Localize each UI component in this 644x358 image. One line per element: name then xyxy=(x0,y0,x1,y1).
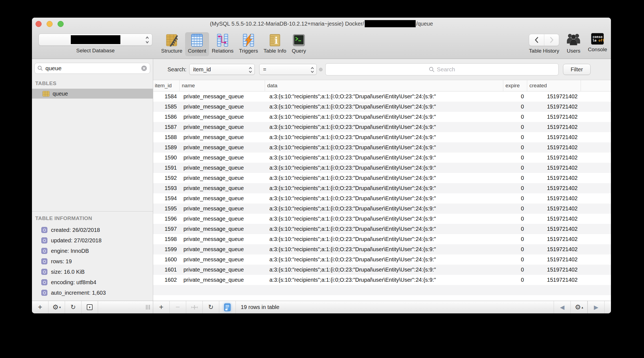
cell-expire[interactable]: 0 xyxy=(503,183,527,193)
table-row[interactable]: 1600private_message_queuea:3:{s:10:"reci… xyxy=(153,254,611,265)
cell-created[interactable]: 1519721402 xyxy=(527,102,581,112)
toolbar-content-button[interactable]: Content xyxy=(185,32,209,56)
zoom-window-button[interactable] xyxy=(58,21,64,27)
cell-item_id[interactable]: 1584 xyxy=(153,91,180,102)
history-forward-button[interactable] xyxy=(544,34,559,46)
cell-data[interactable]: a:3:{s:10:"recipients";a:1:{i:0;O:23:"Dr… xyxy=(265,214,503,224)
cell-data[interactable]: a:3:{s:10:"recipients";a:1:{i:0;O:23:"Dr… xyxy=(265,91,503,102)
cell-data[interactable]: a:3:{s:10:"recipients";a:1:{i:0;O:23:"Dr… xyxy=(265,244,503,254)
table-row[interactable]: 1591private_message_queuea:3:{s:10:"reci… xyxy=(153,163,611,173)
cell-data[interactable]: a:3:{s:10:"recipients";a:1:{i:0;O:23:"Dr… xyxy=(265,204,503,214)
cell-data[interactable]: a:3:{s:10:"recipients";a:1:{i:0;O:23:"Dr… xyxy=(265,173,503,183)
toolbar-triggers-button[interactable]: Triggers xyxy=(236,32,261,56)
cell-item_id[interactable]: 1590 xyxy=(153,153,180,163)
cell-created[interactable]: 1519721402 xyxy=(527,224,581,234)
cell-name[interactable]: private_message_queue xyxy=(180,112,265,122)
cell-created[interactable]: 1519721402 xyxy=(527,204,581,214)
cell-expire[interactable]: 0 xyxy=(503,112,527,122)
cell-expire[interactable]: 0 xyxy=(503,265,527,275)
cell-item_id[interactable]: 1602 xyxy=(153,275,180,285)
duplicate-row-button[interactable] xyxy=(186,301,203,313)
filter-search-input[interactable]: Search xyxy=(325,63,559,75)
cell-created[interactable]: 1519721402 xyxy=(527,183,581,193)
toolbar-structure-button[interactable]: Structure xyxy=(158,32,185,56)
cell-expire[interactable]: 0 xyxy=(503,102,527,112)
cell-item_id[interactable]: 1597 xyxy=(153,224,180,234)
table-row[interactable]: 1602private_message_queuea:3:{s:10:"reci… xyxy=(153,275,611,285)
add-row-button[interactable]: + xyxy=(153,301,170,313)
cell-created[interactable]: 1519721402 xyxy=(527,132,581,142)
cell-item_id[interactable]: 1586 xyxy=(153,112,180,122)
column-header-expire[interactable]: expire xyxy=(503,80,527,91)
cell-created[interactable]: 1519721402 xyxy=(527,112,581,122)
filter-operator-dropdown[interactable]: = xyxy=(259,64,317,75)
cell-expire[interactable]: 0 xyxy=(503,244,527,254)
cell-name[interactable]: private_message_queue xyxy=(180,193,265,204)
cell-data[interactable]: a:3:{s:10:"recipients";a:1:{i:0;O:23:"Dr… xyxy=(265,153,503,163)
toolbar-relations-button[interactable]: Relations xyxy=(209,32,236,56)
cell-data[interactable]: a:3:{s:10:"recipients";a:1:{i:0;O:23:"Dr… xyxy=(265,234,503,244)
cell-name[interactable]: private_message_queue xyxy=(180,153,265,163)
cell-item_id[interactable]: 1585 xyxy=(153,102,180,112)
cell-data[interactable]: a:3:{s:10:"recipients";a:1:{i:0;O:23:"Dr… xyxy=(265,193,503,204)
cell-expire[interactable]: 0 xyxy=(503,254,527,265)
close-window-button[interactable] xyxy=(36,21,42,27)
cell-created[interactable]: 1519721402 xyxy=(527,142,581,153)
clear-search-icon[interactable] xyxy=(141,65,147,71)
cell-name[interactable]: private_message_queue xyxy=(180,183,265,193)
cell-expire[interactable]: 0 xyxy=(503,214,527,224)
pagination-gear-button[interactable]: ⚙▴ xyxy=(571,301,588,313)
cell-data[interactable]: a:3:{s:10:"recipients";a:1:{i:0;O:23:"Dr… xyxy=(265,102,503,112)
table-filter-field[interactable]: queue xyxy=(34,63,150,74)
toolbar-table-info-button[interactable]: i Table Info xyxy=(261,32,289,56)
cell-expire[interactable]: 0 xyxy=(503,193,527,204)
toolbar-query-button[interactable]: Query xyxy=(289,32,309,56)
cell-name[interactable]: private_message_queue xyxy=(180,265,265,275)
history-back-button[interactable] xyxy=(529,34,544,46)
cell-expire[interactable]: 0 xyxy=(503,91,527,102)
table-row[interactable]: 1592private_message_queuea:3:{s:10:"reci… xyxy=(153,173,611,183)
users-group[interactable]: Users xyxy=(566,33,581,54)
cell-item_id[interactable]: 1592 xyxy=(153,173,180,183)
cell-expire[interactable]: 0 xyxy=(503,204,527,214)
table-row[interactable]: 1590private_message_queuea:3:{s:10:"reci… xyxy=(153,153,611,163)
cell-data[interactable]: a:3:{s:10:"recipients";a:1:{i:0;O:23:"Dr… xyxy=(265,275,503,285)
cell-item_id[interactable]: 1593 xyxy=(153,183,180,193)
table-row[interactable]: 1599private_message_queuea:3:{s:10:"reci… xyxy=(153,244,611,254)
cell-item_id[interactable]: 1600 xyxy=(153,254,180,265)
cell-expire[interactable]: 0 xyxy=(503,122,527,132)
cell-created[interactable]: 1519721402 xyxy=(527,91,581,102)
console-group[interactable]: conso le off Console xyxy=(588,33,607,53)
table-row[interactable]: 1585private_message_queuea:3:{s:10:"reci… xyxy=(153,102,611,112)
cell-item_id[interactable]: 1601 xyxy=(153,265,180,275)
cell-item_id[interactable]: 1591 xyxy=(153,163,180,173)
table-row[interactable]: 1601private_message_queuea:3:{s:10:"reci… xyxy=(153,265,611,275)
cell-item_id[interactable]: 1596 xyxy=(153,214,180,224)
filter-column-dropdown[interactable]: item_id xyxy=(189,64,255,75)
export-table-button[interactable]: ▼ xyxy=(82,301,98,313)
cell-created[interactable]: 1519721402 xyxy=(527,275,581,285)
table-row[interactable]: 1595private_message_queuea:3:{s:10:"reci… xyxy=(153,204,611,214)
filter-button[interactable]: Filter xyxy=(563,64,591,75)
cell-name[interactable]: private_message_queue xyxy=(180,224,265,234)
cell-name[interactable]: private_message_queue xyxy=(180,204,265,214)
cell-expire[interactable]: 0 xyxy=(503,275,527,285)
cell-name[interactable]: private_message_queue xyxy=(180,122,265,132)
cell-item_id[interactable]: 1589 xyxy=(153,142,180,153)
cell-expire[interactable]: 0 xyxy=(503,224,527,234)
previous-page-button[interactable]: ◀ xyxy=(554,301,571,313)
column-header-name[interactable]: name xyxy=(180,80,265,91)
table-row[interactable]: 1596private_message_queuea:3:{s:10:"reci… xyxy=(153,214,611,224)
add-table-button[interactable]: + xyxy=(32,301,48,313)
table-actions-gear-button[interactable]: ⚙▾ xyxy=(48,301,65,313)
pane-resize-grip[interactable] xyxy=(146,305,150,310)
cell-name[interactable]: private_message_queue xyxy=(180,214,265,224)
cell-created[interactable]: 1519721402 xyxy=(527,244,581,254)
column-header-data[interactable]: data xyxy=(265,80,503,91)
table-row[interactable]: 1589private_message_queuea:3:{s:10:"reci… xyxy=(153,142,611,153)
cell-data[interactable]: a:3:{s:10:"recipients";a:1:{i:0;O:23:"Dr… xyxy=(265,132,503,142)
next-page-button[interactable]: ▶ xyxy=(588,301,604,313)
cell-created[interactable]: 1519721402 xyxy=(527,153,581,163)
cell-created[interactable]: 1519721402 xyxy=(527,193,581,204)
cell-created[interactable]: 1519721402 xyxy=(527,214,581,224)
